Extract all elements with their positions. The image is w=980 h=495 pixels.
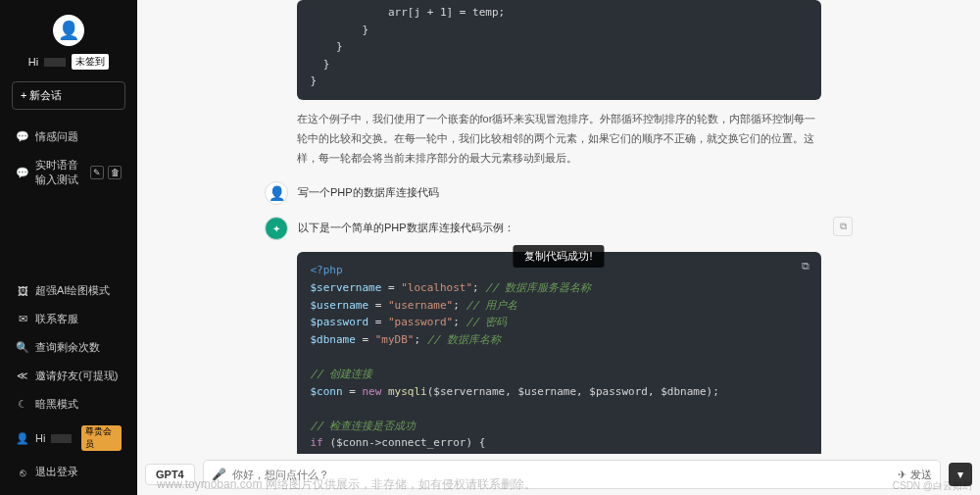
nav-label: 联系客服 — [35, 312, 78, 326]
conversation-item-active[interactable]: 💬 实时语音输入测试 ✎ 🗑 — [12, 152, 125, 193]
code-line: } — [311, 38, 808, 56]
dark-mode-toggle[interactable]: ☾ 暗黑模式 — [12, 391, 125, 418]
model-badge[interactable]: GPT4 — [145, 464, 195, 485]
code-line: } — [311, 22, 808, 39]
mic-icon[interactable]: 🎤 — [212, 468, 226, 481]
contact-support-link[interactable]: ✉ 联系客服 — [12, 306, 125, 332]
greeting-prefix: Hi — [28, 56, 38, 68]
delete-icon[interactable]: 🗑 — [108, 166, 122, 179]
code-block-php: ⧉ <?php $servername = "localhost"; // 数据… — [297, 252, 821, 454]
message-actions: ⧉ — [833, 217, 853, 236]
message-icon: 💬 — [16, 167, 29, 179]
code-line: arr[j + 1] = temp; — [311, 4, 808, 22]
username-redacted — [51, 434, 71, 443]
copy-success-toast: 复制代码成功! — [513, 245, 604, 268]
sidebar: 👤 Hi 未签到 + 新会话 💬 情感问题 💬 实时语音输入测试 ✎ 🗑 — [0, 0, 137, 495]
invite-icon: ≪ — [16, 370, 29, 382]
person-icon: 👤 — [16, 432, 29, 445]
user-message-text: 写一个PHP的数据库连接代码 — [298, 181, 853, 200]
username-redacted — [44, 58, 66, 67]
bot-message-row: ✦ 以下是一个简单的PHP数据库连接代码示例： ⧉ — [265, 217, 853, 240]
nav-label: 查询剩余次数 — [35, 340, 100, 355]
nav-label: 暗黑模式 — [35, 397, 78, 412]
new-chat-button[interactable]: + 新会话 — [12, 81, 125, 110]
input-bar: GPT4 🎤 ✈ 发送 ▾ — [137, 454, 980, 495]
conversation-label: 实时语音输入测试 — [35, 158, 84, 187]
moon-icon: ☾ — [16, 398, 29, 411]
search-icon: 🔍 — [16, 341, 29, 354]
logout-link[interactable]: ⎋ 退出登录 — [12, 459, 125, 485]
code-block-prev: arr[j + 1] = temp; } } } } — [297, 0, 821, 100]
logout-icon: ⎋ — [16, 467, 29, 478]
avatar-section: 👤 Hi 未签到 — [12, 15, 125, 70]
copy-code-icon[interactable]: ⧉ — [798, 258, 813, 273]
invite-friends-link[interactable]: ≪ 邀请好友(可提现) — [12, 363, 125, 389]
wechat-icon: ✉ — [16, 313, 29, 325]
main-panel: arr[j + 1] = temp; } } } } 在这个例子中，我们使用了一… — [137, 0, 980, 495]
send-icon: ✈ — [898, 469, 906, 481]
scroll-down-button[interactable]: ▾ — [949, 463, 972, 486]
bottom-nav: 🖼 超强AI绘图模式 ✉ 联系客服 🔍 查询剩余次数 ≪ 邀请好友(可提现) ☾… — [12, 277, 125, 485]
send-button[interactable]: ✈ 发送 — [898, 468, 932, 482]
user-row[interactable]: 👤 Hi 尊贵会员 — [12, 420, 125, 457]
user-avatar-small: 👤 — [265, 181, 288, 205]
input-wrap: 🎤 ✈ 发送 — [203, 460, 941, 489]
conversation-label: 情感问题 — [35, 129, 78, 144]
user-message-row: 👤 写一个PHP的数据库连接代码 — [265, 181, 853, 205]
bot-message-text: 以下是一个简单的PHP数据库连接代码示例： — [298, 217, 823, 235]
message-icon: 💬 — [16, 130, 29, 143]
image-icon: 🖼 — [16, 285, 29, 297]
conversation-item[interactable]: 💬 情感问题 — [12, 124, 125, 150]
edit-icon[interactable]: ✎ — [90, 166, 104, 179]
chat-scroll[interactable]: arr[j + 1] = temp; } } } } 在这个例子中，我们使用了一… — [137, 0, 980, 454]
ai-draw-link[interactable]: 🖼 超强AI绘图模式 — [12, 277, 125, 304]
code-line: } — [311, 73, 808, 90]
explain-text: 在这个例子中，我们使用了一个嵌套的for循环来实现冒泡排序。外部循环控制排序的轮… — [297, 110, 821, 168]
code-token: $servername — [311, 281, 382, 294]
bot-avatar: ✦ — [265, 217, 288, 240]
user-prefix: Hi — [35, 432, 45, 444]
code-line: } — [311, 56, 808, 74]
vip-badge: 尊贵会员 — [81, 425, 122, 451]
copy-message-icon[interactable]: ⧉ — [833, 217, 853, 236]
greeting-row: Hi 未签到 — [28, 54, 109, 70]
nav-label: 超强AI绘图模式 — [35, 283, 110, 298]
conversation-list: 💬 情感问题 💬 实时语音输入测试 ✎ 🗑 — [12, 124, 125, 193]
nav-label: 退出登录 — [35, 465, 78, 479]
chat-input[interactable] — [232, 465, 892, 484]
user-avatar[interactable]: 👤 — [53, 15, 84, 46]
checkin-badge[interactable]: 未签到 — [72, 54, 109, 70]
query-remaining-link[interactable]: 🔍 查询剩余次数 — [12, 334, 125, 361]
code-token: <?php — [311, 264, 343, 276]
nav-label: 邀请好友(可提现) — [35, 369, 118, 383]
